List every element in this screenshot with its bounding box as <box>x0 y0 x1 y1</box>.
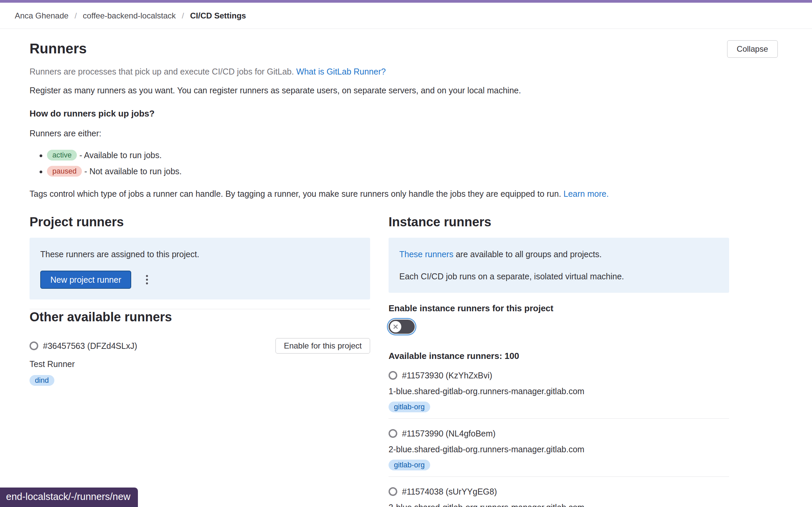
how-runners-pick-jobs-heading: How do runners pick up jobs? <box>30 108 778 119</box>
other-available-runners-title: Other available runners <box>30 309 370 325</box>
these-runners-link[interactable]: These runners <box>399 249 453 259</box>
instance-runners-callout: These runners are available to all group… <box>389 238 729 293</box>
status-list-item-paused: paused - Not available to run jobs. <box>47 165 778 178</box>
instance-runner-id: #11573930 (KzYhZxBvi) <box>389 369 729 381</box>
instance-runners-callout-line2: Each CI/CD job runs on a separate, isola… <box>399 271 718 282</box>
breadcrumb-current-page: CI/CD Settings <box>190 11 246 20</box>
instance-runner-id: #11574038 (sUrYYgEG8) <box>389 486 729 498</box>
instance-runner-row: #11573930 (KzYhZxBvi) 1-blue.shared-gitl… <box>389 369 729 419</box>
project-runners-column: Project runners These runners are assign… <box>30 214 370 507</box>
register-runners-text: Register as many runners as you want. Yo… <box>30 85 778 96</box>
runner-status-list: active - Available to run jobs. paused -… <box>30 148 778 178</box>
instance-runner-list: #11573930 (KzYhZxBvi) 1-blue.shared-gitl… <box>389 369 729 507</box>
instance-runner-host: 3-blue.shared-gitlab-org.runners-manager… <box>389 502 729 507</box>
project-runners-callout: These runners are assigned to this proje… <box>30 238 370 299</box>
kebab-icon <box>146 282 148 284</box>
runner-status-ring-icon <box>389 487 397 496</box>
what-is-gitlab-runner-link[interactable]: What is GitLab Runner? <box>296 67 386 76</box>
instance-runners-column: Instance runners These runners are avail… <box>389 214 729 507</box>
instance-runner-row: #11574038 (sUrYYgEG8) 3-blue.shared-gitl… <box>389 477 729 507</box>
other-runner-id-text: #36457563 (DFZd4SLxJ) <box>43 341 137 351</box>
enable-instance-runners-label: Enable instance runners for this project <box>389 303 729 314</box>
other-runner-id: #36457563 (DFZd4SLxJ) <box>30 341 137 351</box>
available-instance-runners-label: Available instance runners: 100 <box>389 351 729 361</box>
project-runners-title: Project runners <box>30 214 370 230</box>
breadcrumb-bar: Anca Ghenade / coffee-backend-localstack… <box>0 3 812 29</box>
breadcrumb: Anca Ghenade / coffee-backend-localstack… <box>15 11 246 20</box>
learn-more-link[interactable]: Learn more. <box>563 189 609 198</box>
instance-runners-callout-rest: are available to all groups and projects… <box>453 249 602 259</box>
breadcrumb-project-link[interactable]: coffee-backend-localstack <box>83 11 176 20</box>
gitlab-cicd-settings-page: Anca Ghenade / coffee-backend-localstack… <box>0 0 812 507</box>
runners-description: Runners are processes that pick up and e… <box>30 66 778 77</box>
paused-status-description: - Not available to run jobs. <box>84 167 182 176</box>
other-runner-name: Test Runner <box>30 358 370 370</box>
paused-status-badge: paused <box>47 166 82 177</box>
instance-runner-tags: gitlab-org <box>389 460 729 470</box>
instance-runner-host: 2-blue.shared-gitlab-org.runners-manager… <box>389 444 729 455</box>
runner-tag-badge: gitlab-org <box>389 402 430 412</box>
instance-runner-id-text: #11573990 (NL4gfoBem) <box>402 429 496 439</box>
active-status-description: - Available to run jobs. <box>79 150 162 160</box>
instance-runner-id: #11573990 (NL4gfoBem) <box>389 427 729 440</box>
instance-runner-tags: gitlab-org <box>389 402 729 412</box>
new-project-runner-button[interactable]: New project runner <box>40 271 131 289</box>
project-runners-callout-text: These runners are assigned to this proje… <box>40 248 359 260</box>
instance-runners-title: Instance runners <box>389 214 729 230</box>
runner-status-ring-icon <box>389 371 397 380</box>
runner-tag-badge: dind <box>30 375 54 386</box>
instance-runner-row: #11573990 (NL4gfoBem) 2-blue.shared-gitl… <box>389 419 729 477</box>
kebab-icon <box>146 275 148 277</box>
link-preview-statusbar: end-localstack/-/runners/new <box>0 488 138 507</box>
instance-runners-toggle[interactable] <box>389 320 415 334</box>
enable-for-project-button[interactable]: Enable for this project <box>275 338 370 354</box>
collapse-button[interactable]: Collapse <box>727 40 778 58</box>
breadcrumb-separator: / <box>182 11 184 20</box>
instance-runners-callout-line1: These runners are available to all group… <box>399 248 718 260</box>
runners-are-either-label: Runners are either: <box>30 128 778 139</box>
instance-runner-id-text: #11573930 (KzYhZxBvi) <box>402 371 492 380</box>
tags-description-text: Tags control which type of jobs a runner… <box>30 189 561 198</box>
status-list-item-active: active - Available to run jobs. <box>47 148 778 162</box>
cross-icon <box>392 323 399 330</box>
active-status-badge: active <box>47 150 77 160</box>
kebab-icon <box>146 279 148 281</box>
breadcrumb-user-link[interactable]: Anca Ghenade <box>15 11 68 20</box>
runner-status-ring-icon <box>389 429 397 438</box>
project-runner-options-button[interactable] <box>143 272 151 287</box>
runners-description-text: Runners are processes that pick up and e… <box>30 67 294 76</box>
tags-description: Tags control which type of jobs a runner… <box>30 188 778 199</box>
instance-runner-host: 1-blue.shared-gitlab-org.runners-manager… <box>389 385 729 397</box>
instance-runner-id-text: #11574038 (sUrYYgEG8) <box>402 487 497 497</box>
other-runner-row: #36457563 (DFZd4SLxJ) Enable for this pr… <box>30 338 370 354</box>
other-runner-tags: dind <box>30 375 370 386</box>
runner-status-ring-icon <box>30 341 38 350</box>
browser-progress-bar <box>0 0 812 3</box>
toggle-knob <box>390 321 401 332</box>
runners-settings-section: Runners Collapse Runners are processes t… <box>0 29 812 507</box>
runner-tag-badge: gitlab-org <box>389 460 430 470</box>
page-title: Runners <box>30 40 87 57</box>
breadcrumb-separator: / <box>74 11 77 20</box>
